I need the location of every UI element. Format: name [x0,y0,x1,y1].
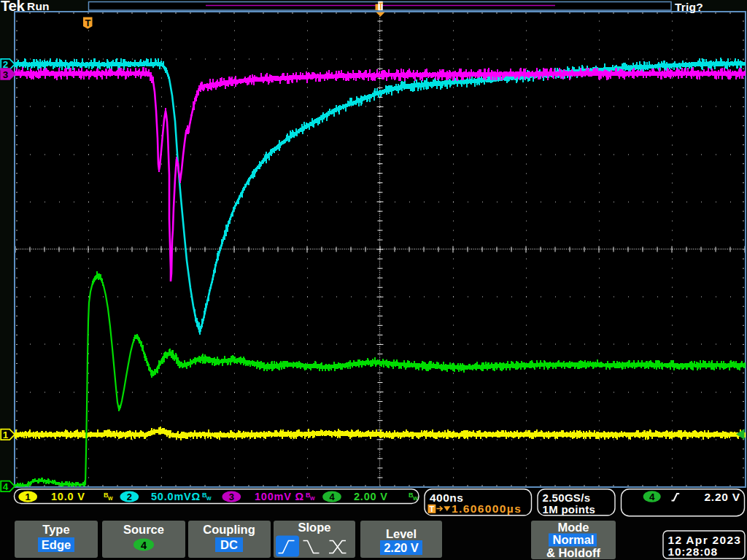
svg-text:T: T [85,18,90,28]
svg-text:1M points: 1M points [543,503,596,516]
svg-text:10:28:08: 10:28:08 [668,545,718,558]
svg-text:2.00 V: 2.00 V [354,491,388,502]
svg-text:DC: DC [220,538,238,551]
svg-text:1: 1 [3,429,9,440]
svg-text:400ns: 400ns [430,491,463,504]
svg-text:T: T [430,505,435,513]
svg-text:50.0mVΩ: 50.0mVΩ [151,491,201,502]
svg-text:4: 4 [649,491,655,502]
svg-text:4: 4 [141,540,147,551]
svg-text:Source: Source [123,523,164,536]
svg-text:2.50GS/s: 2.50GS/s [543,491,591,504]
svg-text:3: 3 [229,491,234,502]
svg-text:1: 1 [26,491,31,502]
svg-text:Trig?: Trig? [675,1,703,13]
svg-text:4: 4 [3,481,9,492]
svg-text:100mV Ω: 100mV Ω [255,491,304,502]
svg-text:3: 3 [3,69,9,80]
svg-text:W: W [413,496,418,501]
svg-text:1.606000µs: 1.606000µs [452,502,522,515]
svg-text:Type: Type [42,523,69,536]
svg-text:Run: Run [27,0,50,12]
svg-text:Edge: Edge [42,538,71,551]
svg-text:2.20 V: 2.20 V [704,491,740,503]
svg-text:Tek: Tek [1,0,25,14]
svg-text:Slope: Slope [298,521,331,534]
svg-text:Level: Level [386,527,417,540]
svg-text:W: W [108,496,113,501]
svg-text:W: W [310,496,315,501]
svg-text:W: W [206,496,212,501]
svg-text:2.20 V: 2.20 V [384,541,419,554]
svg-text:2: 2 [127,491,132,502]
svg-text:Normal: Normal [553,533,595,546]
svg-text:Coupling: Coupling [203,523,255,536]
svg-text:Mode: Mode [557,521,589,534]
svg-text:10.0 V: 10.0 V [51,491,85,502]
svg-text:12 Apr 2023: 12 Apr 2023 [668,534,742,546]
svg-text:& Holdoff: & Holdoff [546,546,601,559]
svg-text:4: 4 [329,491,335,502]
